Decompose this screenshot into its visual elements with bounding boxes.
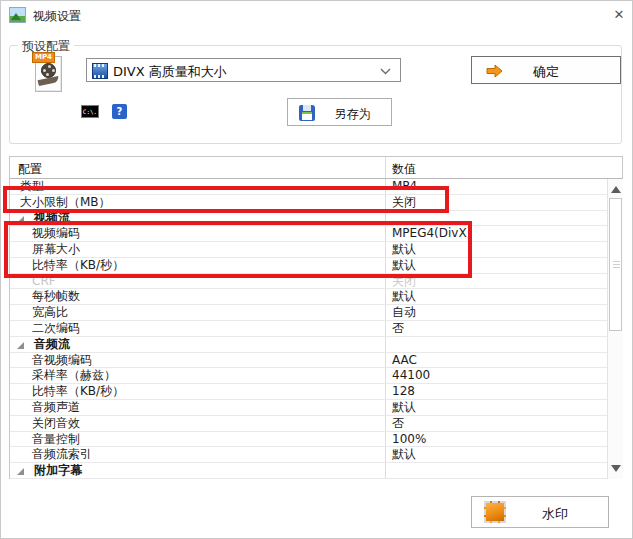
command-line-icon[interactable]: C:\. [81, 105, 99, 118]
row-label: 采样率（赫兹） [32, 368, 116, 383]
row-label: 大小限制（MB） [20, 195, 111, 210]
ok-button[interactable]: 确定 [471, 56, 621, 84]
table-row[interactable]: 音频声道默认 [10, 400, 607, 416]
table-row[interactable]: 音频流索引默认 [10, 447, 607, 463]
filmstrip-icon [92, 63, 108, 79]
table-header: 配置 数值 [10, 157, 622, 179]
row-value: 自动 [392, 305, 416, 320]
row-value: 默认 [392, 400, 416, 415]
value-column-header: 数值 [392, 161, 416, 178]
collapse-triangle-icon[interactable] [17, 342, 24, 349]
table-section-row[interactable]: 附加字幕 [10, 463, 607, 479]
table-row[interactable]: 大小限制（MB）关闭 [10, 195, 607, 211]
row-label: 二次编码 [32, 321, 80, 336]
row-label: CRF [32, 274, 56, 289]
row-value: 100% [392, 432, 426, 447]
settings-table: 配置 数值 类型MP4大小限制（MB）关闭视频流视频编码MPEG4(DivX)屏… [9, 156, 623, 479]
row-value: MP4 [392, 179, 417, 194]
title-bar: 视频设置 ✕ [1, 1, 633, 29]
scrollbar[interactable] [607, 179, 623, 479]
table-section-row[interactable]: 视频流 [10, 211, 607, 227]
row-value: 默认 [392, 447, 416, 462]
help-icon[interactable]: ? [112, 104, 127, 119]
table-row[interactable]: 音视频编码AAC [10, 353, 607, 369]
row-label: 音频流 [34, 337, 70, 352]
table-row[interactable]: 比特率（KB/秒）默认 [10, 258, 607, 274]
row-label: 比特率（KB/秒） [32, 258, 124, 273]
scrollbar-thumb[interactable] [609, 198, 622, 331]
row-label: 附加字幕 [34, 463, 82, 478]
row-label: 屏幕大小 [32, 242, 80, 257]
preset-dropdown[interactable]: DIVX 高质量和大小 [86, 58, 401, 82]
table-row[interactable]: 关闭音效否 [10, 416, 607, 432]
watermark-button[interactable]: 水印 [471, 496, 609, 528]
save-as-label: 另存为 [314, 106, 391, 123]
chevron-down-icon [380, 68, 391, 75]
row-value: 默认 [392, 258, 416, 273]
row-label: 音频流索引 [32, 447, 92, 462]
mp4-badge: MP4 [32, 52, 55, 63]
video-settings-dialog: 视频设置 ✕ 预设配置 MP4 DIVX 高质量和大小 确定 C:\. ? 另存… [0, 0, 633, 539]
table-row[interactable]: 视频编码MPEG4(DivX) [10, 226, 607, 242]
row-label: 关闭音效 [32, 416, 80, 431]
table-row[interactable]: 宽高比自动 [10, 305, 607, 321]
row-value: 默认 [392, 242, 416, 257]
save-as-button[interactable]: 另存为 [287, 98, 392, 126]
row-value: 默认 [392, 289, 416, 304]
preset-dropdown-value: DIVX 高质量和大小 [113, 63, 227, 81]
app-icon [9, 7, 26, 23]
row-value: 128 [392, 384, 415, 399]
row-label: 视频流 [34, 211, 70, 226]
row-label: 宽高比 [32, 305, 68, 320]
table-row[interactable]: 类型MP4 [10, 179, 607, 195]
collapse-triangle-icon[interactable] [17, 468, 24, 475]
floppy-disk-icon [299, 105, 315, 121]
config-column-header: 配置 [18, 161, 42, 178]
table-row[interactable]: 采样率（赫兹）44100 [10, 368, 607, 384]
row-value: AAC [392, 353, 417, 368]
row-label: 音量控制 [32, 432, 80, 447]
row-label: 视频编码 [32, 226, 80, 241]
watermark-label: 水印 [502, 505, 608, 523]
row-value: 关闭 [392, 274, 416, 289]
row-value: MPEG4(DivX) [392, 226, 471, 241]
table-row[interactable]: 比特率（KB/秒）128 [10, 384, 607, 400]
collapse-triangle-icon[interactable] [17, 216, 24, 223]
mp4-file-icon: MP4 [32, 52, 65, 93]
table-row[interactable]: 音量控制100% [10, 432, 607, 448]
table-row[interactable]: 二次编码否 [10, 321, 607, 337]
scrollbar-up-icon[interactable] [611, 186, 621, 193]
row-value: 否 [392, 416, 404, 431]
ok-button-label: 确定 [472, 63, 620, 81]
table-row[interactable]: 每秒帧数默认 [10, 289, 607, 305]
table-row[interactable]: 屏幕大小默认 [10, 242, 607, 258]
row-label: 比特率（KB/秒） [32, 384, 124, 399]
row-label: 每秒帧数 [32, 289, 80, 304]
table-row[interactable]: CRF关闭 [10, 274, 607, 290]
scrollbar-down-icon[interactable] [611, 465, 621, 472]
table-section-row[interactable]: 音频流 [10, 337, 607, 353]
row-label: 音视频编码 [32, 353, 92, 368]
window-title: 视频设置 [33, 8, 81, 25]
row-value: 关闭 [392, 195, 416, 210]
row-label: 音频声道 [32, 400, 80, 415]
table-rows: 类型MP4大小限制（MB）关闭视频流视频编码MPEG4(DivX)屏幕大小默认比… [10, 179, 607, 479]
row-value: 44100 [392, 368, 430, 383]
row-label: 类型 [20, 179, 44, 194]
close-icon[interactable]: ✕ [609, 5, 629, 25]
row-value: 否 [392, 321, 404, 336]
